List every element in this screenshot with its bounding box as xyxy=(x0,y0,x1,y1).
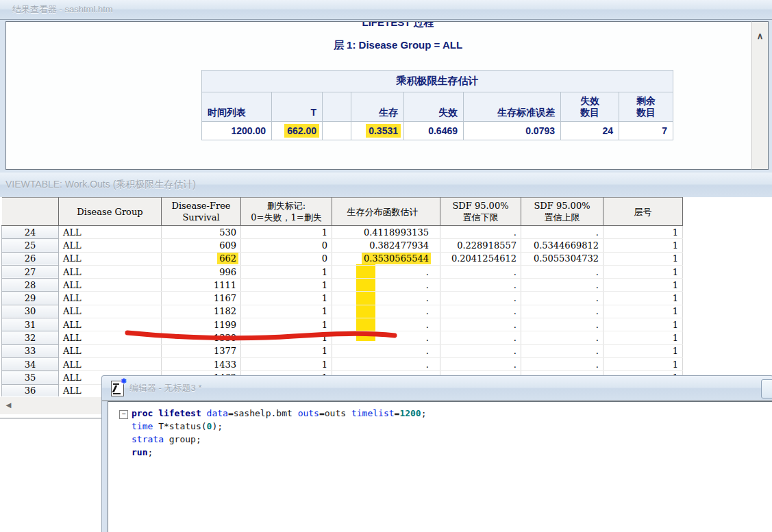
table-cell[interactable]: 1167 xyxy=(162,292,241,305)
table-cell[interactable]: 1 xyxy=(603,357,683,370)
table-cell[interactable]: . xyxy=(332,305,440,318)
table-cell[interactable]: 0.2041254612 xyxy=(440,252,521,265)
row-number-header[interactable]: 31 xyxy=(2,318,59,331)
table-cell[interactable]: . xyxy=(440,305,521,318)
row-number-header[interactable]: 32 xyxy=(2,331,59,344)
table-cell[interactable]: . xyxy=(440,331,521,344)
viewtable-col-header[interactable]: Disease-Free Survival xyxy=(162,198,241,226)
table-cell[interactable]: . xyxy=(440,292,521,305)
table-cell[interactable]: 1 xyxy=(241,331,332,344)
viewtable-col-header[interactable]: SDF 95.00% 置信上限 xyxy=(521,198,603,226)
viewtable-col-header[interactable]: 删失标记: 0=失败，1=删失 xyxy=(241,198,332,226)
table-cell[interactable]: 1 xyxy=(241,226,332,239)
table-cell[interactable]: ALL xyxy=(59,252,162,265)
table-cell[interactable]: 609 xyxy=(162,239,241,252)
table-cell[interactable]: ALL xyxy=(59,357,162,370)
row-number-header[interactable]: 35 xyxy=(2,371,59,384)
viewtable-col-header[interactable]: SDF 95.00% 置信下限 xyxy=(440,198,521,226)
table-cell[interactable]: . xyxy=(521,279,603,292)
row-number-header[interactable]: 26 xyxy=(2,252,59,265)
code-editor-area[interactable]: − proc lifetest data=sashelp.bmt outs=ou… xyxy=(108,401,772,532)
table-cell[interactable]: 0 xyxy=(241,252,332,265)
scroll-left-icon[interactable]: ◄ xyxy=(4,400,13,410)
table-cell[interactable]: ALL xyxy=(59,305,162,318)
table-cell[interactable]: 0.3530565544 xyxy=(332,252,440,265)
table-cell[interactable]: . xyxy=(332,318,440,331)
table-cell[interactable]: 1433 xyxy=(162,357,241,370)
table-cell[interactable]: . xyxy=(440,344,521,357)
code-fold-toggle[interactable]: − xyxy=(119,410,128,419)
table-cell[interactable]: ALL xyxy=(59,344,162,357)
table-cell[interactable]: . xyxy=(440,318,521,331)
table-cell[interactable]: 1 xyxy=(603,265,683,278)
table-cell[interactable]: ALL xyxy=(59,318,162,331)
viewtable-col-header[interactable]: 层号 xyxy=(603,198,683,226)
table-cell[interactable]: 1330 xyxy=(162,331,241,344)
table-cell[interactable]: 530 xyxy=(162,226,241,239)
table-cell[interactable]: . xyxy=(521,226,603,239)
viewtable-titlebar[interactable]: VIEWTABLE: Work.Outs (乘积极限生存估计) xyxy=(0,173,772,197)
table-cell[interactable]: ALL xyxy=(59,292,162,305)
table-cell[interactable]: . xyxy=(521,318,603,331)
viewtable-col-header[interactable]: Disease Group xyxy=(59,198,162,226)
table-cell[interactable]: . xyxy=(332,344,440,357)
table-cell[interactable]: ALL xyxy=(59,331,162,344)
table-cell[interactable]: . xyxy=(521,357,603,370)
row-number-header[interactable]: 30 xyxy=(2,305,59,318)
table-cell[interactable]: . xyxy=(521,331,603,344)
table-cell[interactable]: . xyxy=(521,344,603,357)
table-cell[interactable]: . xyxy=(440,265,521,278)
results-viewer-titlebar[interactable]: 结果查看器 - sashtml.htm xyxy=(0,0,772,20)
row-number-header[interactable]: 24 xyxy=(2,226,59,239)
table-cell[interactable]: 1 xyxy=(603,279,683,292)
table-cell[interactable]: 0.5344669812 xyxy=(521,239,603,252)
table-cell[interactable]: . xyxy=(521,305,603,318)
row-number-header[interactable]: 28 xyxy=(2,279,59,292)
table-cell[interactable]: 1 xyxy=(603,305,683,318)
table-cell[interactable]: 1199 xyxy=(162,318,241,331)
table-cell[interactable]: 1111 xyxy=(162,279,241,292)
table-cell[interactable]: 1 xyxy=(241,318,332,331)
table-cell[interactable]: 1182 xyxy=(162,305,241,318)
table-cell[interactable]: 0 xyxy=(241,239,332,252)
table-cell[interactable]: 1 xyxy=(603,226,683,239)
table-cell[interactable]: 1 xyxy=(603,292,683,305)
editor-titlebar[interactable]: ✱ 编辑器 - 无标题3 * xyxy=(102,376,772,401)
row-number-header[interactable]: 36 xyxy=(2,384,59,396)
table-cell[interactable]: 1 xyxy=(241,357,332,370)
table-cell[interactable]: 1 xyxy=(603,344,683,357)
table-cell[interactable]: 1 xyxy=(603,318,683,331)
window-control-button[interactable] xyxy=(761,379,772,398)
table-cell[interactable]: 0.382477934 xyxy=(332,239,440,252)
row-number-header[interactable]: 27 xyxy=(2,265,59,278)
table-cell[interactable]: 1 xyxy=(241,292,332,305)
table-cell[interactable]: ALL xyxy=(59,239,162,252)
table-cell[interactable]: ALL xyxy=(59,265,162,278)
table-cell[interactable]: . xyxy=(332,292,440,305)
table-cell[interactable]: . xyxy=(440,357,521,370)
row-number-header[interactable]: 25 xyxy=(2,239,59,252)
table-cell[interactable]: . xyxy=(332,331,440,344)
row-number-header[interactable]: 33 xyxy=(2,344,59,357)
table-cell[interactable]: . xyxy=(440,279,521,292)
row-number-header[interactable]: 29 xyxy=(2,292,59,305)
table-cell[interactable]: 1 xyxy=(603,252,683,265)
table-cell[interactable]: 1 xyxy=(241,265,332,278)
table-cell[interactable]: 662 xyxy=(162,252,241,265)
table-cell[interactable]: 996 xyxy=(162,265,241,278)
table-cell[interactable]: ALL xyxy=(59,279,162,292)
table-cell[interactable]: 0.4118993135 xyxy=(332,226,440,239)
table-cell[interactable]: . xyxy=(440,226,521,239)
table-cell[interactable]: . xyxy=(332,279,440,292)
row-number-header[interactable]: 34 xyxy=(2,357,59,370)
table-cell[interactable]: . xyxy=(521,265,603,278)
table-cell[interactable]: 1377 xyxy=(162,344,241,357)
table-cell[interactable]: 1 xyxy=(241,279,332,292)
table-cell[interactable]: 0.5055304732 xyxy=(521,252,603,265)
table-cell[interactable]: 1 xyxy=(603,331,683,344)
corner-cell[interactable] xyxy=(2,198,59,226)
table-cell[interactable]: . xyxy=(332,265,440,278)
table-cell[interactable]: 1 xyxy=(241,344,332,357)
viewtable-col-header[interactable]: 生存分布函数估计 xyxy=(332,198,440,226)
table-cell[interactable]: ALL xyxy=(59,226,162,239)
